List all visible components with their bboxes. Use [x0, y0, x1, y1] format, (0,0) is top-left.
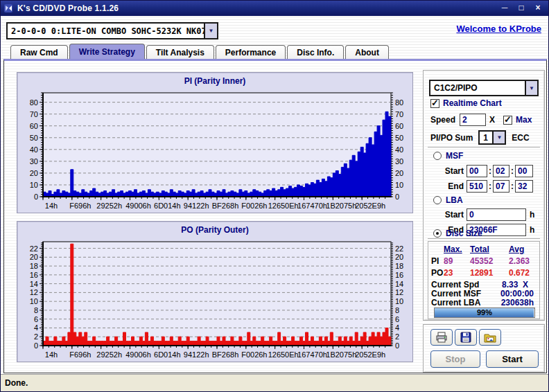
svg-text:14h: 14h [45, 350, 58, 359]
lba-start-input[interactable]: 0 [467, 208, 526, 221]
po-row-label: PO [431, 268, 444, 278]
lba-start-label: Start [440, 210, 464, 220]
svg-text:0: 0 [395, 341, 399, 350]
stats-header-row: Max. Total Avg [442, 244, 524, 254]
svg-text:F696h: F696h [69, 202, 91, 210]
svg-text:20: 20 [395, 169, 403, 177]
current-msf-value: 00:00:00 [500, 289, 534, 299]
current-msf-row: Current MSF 00:00:00 [431, 289, 538, 299]
speed-row: Speed 2 X Max [430, 114, 532, 126]
realtime-chart-option[interactable]: Realtime Chart [430, 98, 502, 108]
tab-performance[interactable]: Performance [216, 45, 286, 59]
svg-text:0: 0 [395, 193, 399, 201]
msf-end-m[interactable]: 510 [467, 180, 487, 193]
realtime-chart-checkbox[interactable] [430, 99, 439, 108]
current-lba-value: 230638h [501, 298, 534, 308]
svg-text:29252h: 29252h [96, 202, 122, 210]
disc-size-label: Disc Size [446, 229, 482, 238]
svg-text:6: 6 [395, 315, 399, 323]
svg-text:80: 80 [395, 98, 403, 107]
svg-text:BF268h: BF268h [212, 350, 239, 359]
kprobe-window: K's CD/DVD Probe 1.1.26 ─ □ × 2-0-0-0 0:… [0, 0, 549, 392]
svg-text:22: 22 [30, 244, 38, 253]
svg-text:2052E9h: 2052E9h [355, 350, 385, 359]
disc-size-option[interactable]: Disc Size [433, 229, 482, 238]
start-button[interactable]: Start [486, 350, 539, 368]
msf-radio[interactable] [433, 152, 442, 160]
max-checkbox[interactable] [503, 116, 512, 125]
pi-chart: PI (Parity Inner) 0010102020303040405050… [17, 72, 413, 213]
svg-text:49006h: 49006h [125, 350, 151, 359]
printer-icon [435, 332, 448, 343]
msf-start-s[interactable]: 02 [493, 165, 509, 177]
svg-text:50: 50 [30, 134, 38, 142]
disc-size-radio[interactable] [433, 229, 442, 238]
current-msf-label: Current MSF [431, 289, 481, 299]
pipo-sum-unit: ECC [512, 133, 529, 143]
svg-text:70: 70 [30, 110, 38, 118]
current-lba-row: Current LBA 230638h [431, 298, 538, 308]
close-button[interactable]: × [533, 3, 543, 12]
minimize-button[interactable]: ─ [500, 3, 509, 12]
msf-end-f[interactable]: 32 [515, 180, 533, 193]
mode-select[interactable]: C1C2/PIPO ▼ [429, 80, 539, 96]
speed-input[interactable]: 2 [460, 114, 486, 126]
stats-box: Max. Total Avg PI 89 45352 2.363 PO 23 1… [428, 241, 540, 319]
lba-option[interactable]: LBA [433, 195, 463, 205]
tab-write-strategy[interactable]: Write Strategy [69, 44, 145, 59]
export-image-button[interactable] [479, 329, 501, 346]
svg-text:40: 40 [30, 145, 38, 154]
welcome-link[interactable]: Welcome to KProbe [456, 24, 541, 34]
maximize-button[interactable]: □ [516, 3, 526, 12]
tab-about[interactable]: About [345, 45, 389, 59]
print-button[interactable] [430, 329, 453, 346]
colon: : [489, 181, 491, 191]
svg-text:1B2075h: 1B2075h [326, 350, 356, 359]
msf-end-label: End [440, 181, 464, 191]
msf-option[interactable]: MSF [433, 151, 463, 161]
svg-text:12650Eh: 12650Eh [268, 202, 299, 210]
tab-disc-info[interactable]: Disc Info. [287, 45, 344, 59]
divider [428, 238, 540, 240]
svg-text:F696h: F696h [69, 350, 91, 359]
stop-button[interactable]: Stop [430, 350, 480, 368]
colon: : [511, 181, 514, 191]
stats-header-total: Total [470, 244, 509, 254]
pipo-sum-select[interactable]: 1 ▼ [478, 130, 506, 145]
tab-raw-cmd[interactable]: Raw Cmd [10, 45, 68, 59]
svg-text:20: 20 [30, 253, 38, 261]
tab-tilt-analysis[interactable]: Tilt Analysis [146, 45, 214, 59]
svg-text:F0026h: F0026h [241, 350, 267, 359]
svg-text:4: 4 [34, 323, 38, 332]
msf-end-s[interactable]: 07 [493, 180, 509, 193]
device-select[interactable]: 2-0-0-0 0:LITE-ON COMBO SOHC-5232K NK07 … [6, 22, 218, 39]
svg-text:30: 30 [395, 157, 403, 166]
svg-text:80: 80 [30, 98, 38, 107]
chevron-down-icon[interactable]: ▼ [525, 81, 537, 95]
svg-text:1B2075h: 1B2075h [326, 202, 356, 210]
save-button[interactable] [455, 329, 477, 346]
svg-text:30: 30 [30, 157, 38, 166]
msf-start-f[interactable]: 00 [515, 165, 533, 177]
image-folder-icon [484, 332, 496, 343]
svg-text:60: 60 [395, 122, 403, 130]
svg-text:167470h: 167470h [297, 350, 327, 359]
msf-start-label: Start [440, 166, 464, 176]
svg-text:6D014h: 6D014h [154, 350, 181, 359]
svg-text:10: 10 [30, 181, 38, 189]
chevron-down-icon[interactable]: ▼ [204, 24, 217, 38]
lba-end-unit: h [530, 225, 534, 235]
msf-start-m[interactable]: 00 [467, 165, 487, 177]
speed-unit: X [489, 115, 495, 125]
svg-text:10: 10 [395, 297, 403, 305]
svg-text:22: 22 [395, 244, 403, 253]
lba-label: LBA [446, 195, 463, 205]
lba-radio[interactable] [433, 196, 442, 204]
svg-text:F0026h: F0026h [241, 202, 267, 210]
svg-text:16: 16 [30, 271, 38, 279]
po-stats-row: PO 23 12891 0.672 [431, 268, 530, 278]
chevron-down-icon[interactable]: ▼ [492, 132, 505, 143]
title-bar[interactable]: K's CD/DVD Probe 1.1.26 ─ □ × [1, 1, 548, 16]
colon: : [511, 166, 514, 176]
current-speed-row: Current Spd 8.33 X [431, 280, 538, 289]
